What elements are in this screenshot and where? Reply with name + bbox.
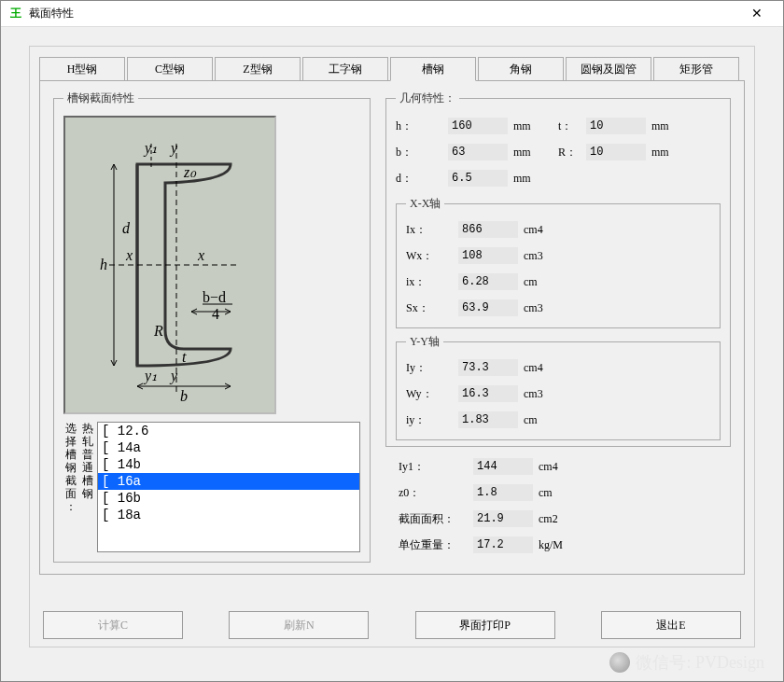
R-value: 10	[586, 144, 646, 160]
tab-c-steel[interactable]: C型钢	[127, 57, 213, 81]
Iy1-value: 144	[473, 458, 533, 475]
section-listbox[interactable]: [ 12.6 [ 14a [ 14b [ 16a [ 16b [ 18a	[97, 422, 360, 552]
channel-diagram-svg: y₁ y z₀ d h x x b−d 4	[72, 125, 268, 405]
content-area: H型钢 C型钢 Z型钢 工字钢 槽钢 角钢 圆钢及圆管 矩形管 槽钢截面特性	[1, 27, 783, 681]
svg-text:b−d: b−d	[203, 289, 226, 305]
Wy-label: Wy：	[406, 386, 458, 402]
tab-body: 槽钢截面特性	[39, 80, 745, 575]
z0-label: z0：	[399, 485, 473, 501]
Wx-unit: cm3	[524, 249, 568, 263]
svg-text:z₀: z₀	[183, 164, 197, 180]
svg-text:y: y	[169, 368, 178, 384]
svg-text:y: y	[169, 140, 178, 157]
weight-label: 单位重量：	[399, 537, 473, 553]
iy-value: 1.83	[458, 411, 518, 428]
h-value: 160	[448, 118, 508, 134]
Ix-label: Ix：	[406, 222, 458, 238]
Iy1-unit: cm4	[539, 460, 583, 474]
svg-text:4: 4	[212, 306, 219, 322]
area-value: 21.9	[473, 510, 533, 527]
h-label: h：	[396, 118, 448, 134]
tab-rect-tube[interactable]: 矩形管	[653, 57, 739, 81]
outer-panel: H型钢 C型钢 Z型钢 工字钢 槽钢 角钢 圆钢及圆管 矩形管 槽钢截面特性	[29, 46, 755, 647]
list-item[interactable]: [ 16b	[98, 490, 359, 507]
area-unit: cm2	[539, 512, 583, 526]
svg-text:h: h	[100, 257, 107, 272]
b-unit: mm	[513, 146, 558, 160]
right-column: 几何特性： h： 160 mm t： 10 mm b： 63 mm	[385, 90, 731, 559]
selector-label-2: 热轧普通槽钢	[80, 422, 95, 500]
svg-text:y₁: y₁	[143, 368, 158, 384]
iy-unit: cm	[524, 413, 568, 427]
svg-text:x: x	[125, 247, 133, 263]
tab-angle-steel[interactable]: 角钢	[478, 57, 564, 81]
list-item[interactable]: [ 12.6	[98, 423, 359, 439]
left-column: 槽钢截面特性	[53, 90, 371, 563]
titlebar: 王 截面特性 ✕	[1, 1, 783, 27]
Sx-unit: cm3	[524, 301, 568, 315]
button-row: 计算C 刷新N 界面打印P 退出E	[43, 611, 741, 639]
ix-value: 6.28	[458, 273, 518, 290]
Ix-unit: cm4	[524, 223, 568, 237]
section-fieldset: 槽钢截面特性	[53, 90, 371, 563]
t-value: 10	[586, 118, 646, 134]
iy-label: iy：	[406, 412, 458, 428]
tab-z-steel[interactable]: Z型钢	[215, 57, 301, 81]
Wx-value: 108	[458, 247, 518, 264]
R-unit: mm	[651, 146, 696, 160]
Iy-unit: cm4	[524, 361, 568, 375]
svg-text:t: t	[182, 349, 187, 365]
selector-row: 选择槽钢截面： 热轧普通槽钢 [ 12.6 [ 14a [ 14b [ 16a …	[63, 422, 360, 552]
area-label: 截面面积：	[399, 511, 473, 527]
extra-properties: Iy1：144cm4 z0：1.8cm 截面面积：21.9cm2 单位重量：17…	[385, 454, 731, 557]
z0-unit: cm	[539, 486, 583, 500]
selector-label-1: 选择槽钢截面：	[63, 422, 78, 513]
d-label: d：	[396, 171, 448, 187]
weight-unit: kg/M	[539, 538, 583, 552]
svg-text:b: b	[180, 388, 188, 404]
b-value: 63	[448, 144, 508, 160]
ix-unit: cm	[524, 275, 568, 289]
calc-button[interactable]: 计算C	[43, 611, 183, 639]
exit-button[interactable]: 退出E	[601, 611, 741, 639]
Iy-label: Iy：	[406, 360, 458, 376]
svg-text:d: d	[122, 220, 131, 236]
R-label: R：	[558, 145, 586, 160]
list-item[interactable]: [ 18a	[98, 507, 359, 523]
d-value: 6.5	[448, 170, 508, 187]
list-item[interactable]: [ 14b	[98, 456, 359, 473]
x-axis-fieldset: X-X轴 Ix：866cm4 Wx：108cm3 ix：6.28cm Sx：63…	[396, 196, 721, 328]
tab-h-steel[interactable]: H型钢	[39, 57, 125, 81]
close-icon[interactable]: ✕	[738, 6, 776, 21]
tabstrip: H型钢 C型钢 Z型钢 工字钢 槽钢 角钢 圆钢及圆管 矩形管	[39, 56, 745, 80]
Iy1-label: Iy1：	[399, 459, 473, 475]
watermark: 微信号: PVDesign	[609, 651, 764, 674]
Sx-value: 63.9	[458, 299, 518, 316]
h-unit: mm	[513, 119, 558, 133]
section-diagram: y₁ y z₀ d h x x b−d 4	[63, 116, 276, 414]
print-button[interactable]: 界面打印P	[415, 611, 555, 639]
x-axis-legend: X-X轴	[406, 196, 444, 212]
refresh-button[interactable]: 刷新N	[229, 611, 369, 639]
svg-text:y₁: y₁	[143, 140, 158, 157]
y-axis-legend: Y-Y轴	[406, 334, 443, 350]
tab-channel-steel[interactable]: 槽钢	[390, 57, 476, 81]
svg-text:R: R	[153, 323, 163, 339]
Ix-value: 866	[458, 221, 518, 238]
geom-fieldset: 几何特性： h： 160 mm t： 10 mm b： 63 mm	[385, 90, 731, 447]
window-title: 截面特性	[29, 6, 738, 21]
t-unit: mm	[651, 119, 696, 133]
ix-label: ix：	[406, 274, 458, 290]
app-icon: 王	[8, 7, 23, 21]
Wx-label: Wx：	[406, 248, 458, 264]
tab-i-steel[interactable]: 工字钢	[302, 57, 388, 81]
svg-text:x: x	[197, 247, 204, 263]
tab-round-tube[interactable]: 圆钢及圆管	[566, 57, 651, 81]
weight-value: 17.2	[473, 536, 533, 553]
list-item[interactable]: [ 14a	[98, 439, 359, 456]
Iy-value: 73.3	[458, 359, 518, 376]
list-item[interactable]: [ 16a	[98, 473, 359, 490]
Sx-label: Sx：	[406, 300, 458, 316]
t-label: t：	[558, 118, 586, 134]
main-window: 王 截面特性 ✕ H型钢 C型钢 Z型钢 工字钢 槽钢 角钢 圆钢及圆管 矩形管…	[0, 0, 784, 682]
